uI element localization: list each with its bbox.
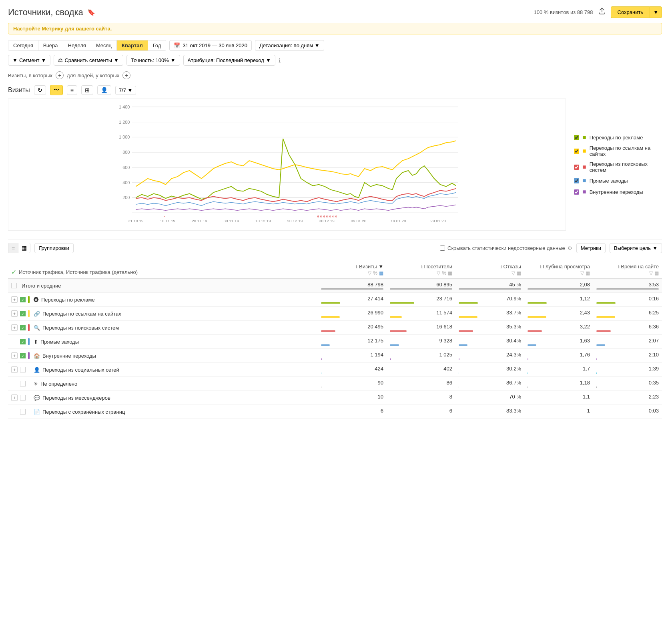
th-bounce: ℹ Отказы ▽ ▦ (455, 261, 524, 279)
tab-week[interactable]: Неделя (63, 40, 91, 50)
tab-year[interactable]: Год (148, 40, 166, 50)
chart-svg: 1 400 1 200 1 000 800 600 400 200 31.10.… (8, 99, 566, 230)
bounce-cell: 70,9% (455, 293, 524, 307)
refresh-chart-button[interactable]: ↻ (34, 85, 46, 95)
expand-button[interactable]: + (11, 352, 18, 359)
visits-value: 424 (321, 366, 383, 372)
share-button[interactable] (598, 7, 606, 17)
legend-label-direct: Прямые заходы (590, 178, 628, 184)
table-chart-view-button[interactable]: ▦ (18, 243, 30, 253)
visits-value: 20 495 (321, 324, 383, 330)
source-cell: 📄 Переходы с сохранённых страниц (8, 405, 318, 419)
bookmark-icon[interactable]: 🔖 (87, 8, 95, 16)
tab-today[interactable]: Сегодня (8, 40, 38, 50)
settings-icon[interactable]: ⚙ (568, 245, 572, 251)
legend-label-ads: Переходы по рекламе (590, 135, 643, 141)
tab-quarter[interactable]: Квартал (117, 40, 148, 50)
bounce-cell: 33,7% (455, 307, 524, 321)
expand-button[interactable]: + (11, 324, 18, 331)
th-visitors-label: ℹ Посетители (421, 264, 452, 270)
row-checkbox[interactable] (20, 409, 26, 415)
legend-checkbox-links[interactable] (574, 149, 579, 154)
chart-visitors-icon[interactable]: ▦ (448, 270, 452, 276)
save-button[interactable]: Сохранить (611, 6, 650, 18)
chart-visits-icon[interactable]: ▦ (379, 270, 383, 276)
grouping-button[interactable]: Группировки (34, 243, 74, 253)
chart-bar-button[interactable]: ≡ (67, 85, 77, 95)
expand-button[interactable]: + (11, 296, 18, 303)
add-visit-condition-button[interactable]: + (56, 71, 64, 79)
source-icon: 🔗 (34, 311, 40, 317)
row-checkbox[interactable] (11, 283, 17, 288)
legend-checkbox-internal[interactable] (574, 189, 579, 195)
accuracy-button[interactable]: Точность: 100% ▼ (126, 55, 180, 66)
bounce-cell: 30,2% (455, 363, 524, 377)
tab-yesterday[interactable]: Вчера (38, 40, 63, 50)
filter-visits-icon[interactable]: ▽ (368, 270, 371, 276)
info-bounce-icon[interactable]: ℹ (500, 264, 502, 269)
visitors-value: 8 (390, 394, 452, 400)
chart-depth-icon[interactable]: ▦ (586, 270, 590, 276)
chart-time-icon[interactable]: ▦ (654, 270, 659, 276)
all-checked-icon: ✓ (11, 268, 16, 276)
expand-button[interactable]: + (11, 394, 18, 401)
visits-bar (321, 358, 322, 360)
row-checkbox[interactable] (20, 395, 26, 400)
chart-section-header: Визиты ↻ 〜 ≡ ⊞ 👤 7/7 ▼ (8, 85, 662, 95)
segment-button[interactable]: ▼ Сегмент ▼ (8, 55, 50, 66)
time-bar (596, 358, 597, 360)
visitors-cell: 1 025 (387, 349, 455, 363)
chart-table-button[interactable]: ⊞ (81, 85, 93, 95)
filter-visitors-icon[interactable]: ▽ (437, 270, 440, 276)
date-range-button[interactable]: 📅 31 окт 2019 — 30 янв 2020 (169, 40, 252, 51)
chart-line-button[interactable]: 〜 (50, 85, 63, 95)
visitors-value: 9 328 (390, 338, 452, 344)
chart-users-button[interactable]: 👤 (97, 85, 111, 95)
attribution-button[interactable]: Атрибуция: Последний переход ▼ (183, 55, 275, 66)
row-checkbox[interactable]: ✓ (20, 311, 26, 316)
bounce-value: 30,2% (459, 366, 521, 372)
hide-unreliable-checkbox[interactable] (440, 246, 445, 251)
goal-button[interactable]: Выберите цель ▼ (610, 243, 662, 253)
depth-bar (528, 316, 546, 318)
metrics-counter-button[interactable]: 7/7 ▼ (115, 86, 136, 95)
visits-value: 1 194 (321, 352, 383, 358)
save-dropdown-button[interactable]: ▼ (650, 6, 662, 18)
compare-segments-button[interactable]: ⚖ Сравнить сегменты ▼ (54, 55, 123, 66)
row-checkbox[interactable] (20, 367, 26, 372)
th-visits[interactable]: ℹ Визиты ▼ ▽ % ▦ (318, 261, 387, 279)
legend-checkbox-search[interactable] (574, 165, 579, 170)
info-visitors-icon[interactable]: ℹ (421, 264, 423, 269)
filter-time-icon[interactable]: ▽ (649, 270, 653, 276)
visits-cell: 90 (318, 377, 387, 391)
row-checkbox[interactable]: ✓ (20, 325, 26, 330)
legend-checkbox-ads[interactable] (574, 135, 579, 140)
expand-button[interactable]: + (11, 310, 18, 317)
detail-button[interactable]: Детализация: по дням ▼ (255, 40, 324, 51)
depth-bar (528, 288, 590, 290)
chart-bounce-icon[interactable]: ▦ (517, 270, 521, 276)
filter-depth-icon[interactable]: ▽ (580, 270, 584, 276)
add-people-condition-button[interactable]: + (122, 71, 130, 79)
attribution-info-icon[interactable]: ℹ (279, 57, 281, 64)
table-list-view-button[interactable]: ≡ (8, 243, 18, 253)
depth-cell: 1,7 (524, 363, 593, 377)
percent-visits-icon[interactable]: % (373, 270, 377, 276)
time-bar (596, 330, 611, 332)
bounce-cell: 24,3% (455, 349, 524, 363)
row-checkbox[interactable]: ✓ (20, 353, 26, 358)
legend-checkbox-direct[interactable] (574, 178, 579, 183)
filter-bounce-icon[interactable]: ▽ (512, 270, 515, 276)
tab-month[interactable]: Месяц (91, 40, 117, 50)
row-checkbox[interactable]: ✓ (20, 297, 26, 302)
info-time-icon[interactable]: ℹ (618, 264, 620, 269)
info-depth-icon[interactable]: ℹ (540, 264, 542, 269)
metrics-button[interactable]: Метрики (576, 243, 606, 253)
expand-button[interactable]: + (11, 366, 18, 373)
info-visits-icon[interactable]: ℹ (356, 264, 357, 269)
row-checkbox[interactable] (20, 381, 26, 386)
row-checkbox[interactable]: ✓ (20, 339, 26, 344)
visitors-value: 16 618 (390, 324, 452, 330)
percent-visitors-icon[interactable]: % (442, 270, 446, 276)
notice-link[interactable]: Настройте Метрику для вашего сайта. (13, 26, 112, 32)
